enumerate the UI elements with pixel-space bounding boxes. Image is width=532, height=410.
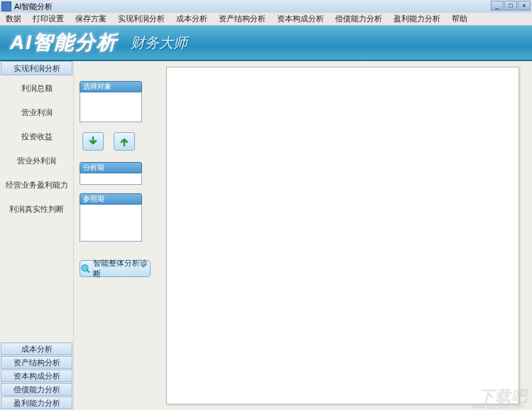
- window-controls: _ □ ×: [491, 1, 531, 11]
- menu-print-settings[interactable]: 打印设置: [27, 14, 70, 24]
- menu-save-scheme[interactable]: 保存方案: [70, 14, 112, 24]
- arrow-down-button[interactable]: [82, 132, 104, 151]
- select-object-header: 选择对象: [80, 81, 142, 92]
- content-area: [163, 61, 532, 410]
- analyze-button-label: 智能整体分析诊断: [93, 258, 150, 279]
- menu-solvency[interactable]: 偿债能力分析: [330, 14, 388, 24]
- window-title: AI智能分析: [14, 1, 53, 12]
- tab-solvency[interactable]: 偿债能力分析: [1, 383, 72, 396]
- menu-capital-composition[interactable]: 资本构成分析: [271, 14, 330, 24]
- workspace: 实现利润分析 利润总额 营业利润 投资收益 营业外利润 经营业务盈利能力 利润真…: [0, 61, 532, 410]
- menu-data[interactable]: 数据: [0, 14, 27, 24]
- sidebar-nav-list: 利润总额 营业利润 投资收益 营业外利润 经营业务盈利能力 利润真实性判断: [0, 77, 73, 342]
- analyze-icon: [80, 263, 91, 274]
- tab-capital-composition[interactable]: 资本构成分析: [1, 369, 72, 382]
- arrow-up-icon: [119, 136, 130, 147]
- control-panel: 选择对象 分析期 参照期 智能整体分析诊断: [74, 61, 163, 410]
- maximize-button[interactable]: □: [504, 1, 517, 11]
- menu-asset-structure[interactable]: 资产结构分析: [213, 14, 271, 24]
- menu-profitability[interactable]: 盈利能力分析: [388, 14, 446, 24]
- sidebar-active-tab[interactable]: 实现利润分析: [1, 61, 72, 75]
- select-object-list[interactable]: [80, 92, 142, 122]
- minimize-button[interactable]: _: [491, 1, 504, 11]
- analyze-button[interactable]: 智能整体分析诊断: [80, 260, 151, 277]
- tab-profitability[interactable]: 盈利能力分析: [1, 396, 72, 409]
- menu-profit-analysis[interactable]: 实现利润分析: [112, 14, 170, 24]
- nav-total-profit[interactable]: 利润总额: [0, 77, 73, 101]
- arrow-row: [80, 122, 158, 162]
- reference-period-list[interactable]: [80, 205, 142, 242]
- analysis-period-header: 分析期: [80, 162, 142, 173]
- nav-non-operating-profit[interactable]: 营业外利润: [0, 149, 73, 173]
- nav-business-profitability[interactable]: 经营业务盈利能力: [0, 173, 73, 198]
- report-canvas: [166, 67, 519, 404]
- app-icon: [1, 1, 11, 11]
- menu-cost-analysis[interactable]: 成本分析: [170, 14, 213, 24]
- tab-asset-structure[interactable]: 资产结构分析: [1, 356, 72, 369]
- close-button[interactable]: ×: [518, 1, 531, 11]
- reference-period-header: 参照期: [80, 193, 142, 205]
- menu-help[interactable]: 帮助: [446, 14, 473, 24]
- analysis-period-input[interactable]: [80, 173, 142, 185]
- window-titlebar: AI智能分析 _ □ ×: [0, 0, 532, 13]
- banner-title: AI智能分析: [10, 29, 118, 56]
- nav-operating-profit[interactable]: 营业利润: [0, 101, 73, 125]
- nav-profit-authenticity[interactable]: 利润真实性判断: [0, 198, 73, 222]
- banner-subtitle: 财务大师: [131, 33, 188, 53]
- tab-cost-analysis[interactable]: 成本分析: [1, 342, 72, 355]
- nav-investment-income[interactable]: 投资收益: [0, 125, 73, 149]
- banner: AI智能分析 财务大师: [0, 26, 532, 61]
- sidebar: 实现利润分析 利润总额 营业利润 投资收益 营业外利润 经营业务盈利能力 利润真…: [0, 61, 74, 410]
- arrow-up-button[interactable]: [114, 132, 135, 151]
- menubar: 数据 打印设置 保存方案 实现利润分析 成本分析 资产结构分析 资本构成分析 偿…: [0, 13, 532, 26]
- arrow-down-icon: [87, 136, 99, 147]
- sidebar-bottom-tabs: 成本分析 资产结构分析 资本构成分析 偿债能力分析 盈利能力分析: [0, 342, 73, 410]
